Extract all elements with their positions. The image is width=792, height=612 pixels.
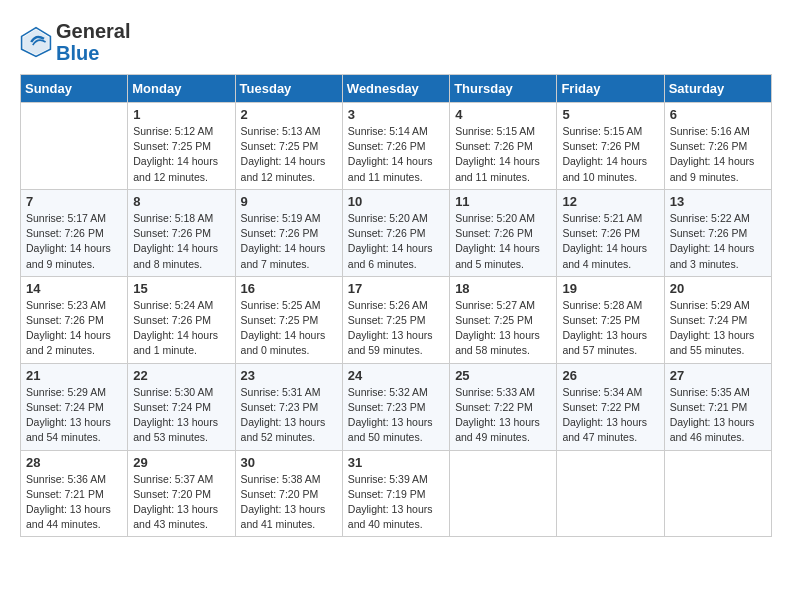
logo-icon [20,26,52,58]
day-cell [450,450,557,537]
day-number: 24 [348,368,444,383]
day-info: Sunrise: 5:24 AMSunset: 7:26 PMDaylight:… [133,298,229,359]
day-info: Sunrise: 5:36 AMSunset: 7:21 PMDaylight:… [26,472,122,533]
day-info: Sunrise: 5:38 AMSunset: 7:20 PMDaylight:… [241,472,337,533]
day-cell: 31Sunrise: 5:39 AMSunset: 7:19 PMDayligh… [342,450,449,537]
day-cell: 8Sunrise: 5:18 AMSunset: 7:26 PMDaylight… [128,189,235,276]
day-number: 13 [670,194,766,209]
day-cell: 12Sunrise: 5:21 AMSunset: 7:26 PMDayligh… [557,189,664,276]
day-cell: 7Sunrise: 5:17 AMSunset: 7:26 PMDaylight… [21,189,128,276]
day-cell: 25Sunrise: 5:33 AMSunset: 7:22 PMDayligh… [450,363,557,450]
day-number: 21 [26,368,122,383]
day-cell: 1Sunrise: 5:12 AMSunset: 7:25 PMDaylight… [128,103,235,190]
day-cell: 26Sunrise: 5:34 AMSunset: 7:22 PMDayligh… [557,363,664,450]
header-cell-wednesday: Wednesday [342,75,449,103]
header-cell-saturday: Saturday [664,75,771,103]
calendar-table: SundayMondayTuesdayWednesdayThursdayFrid… [20,74,772,537]
day-info: Sunrise: 5:15 AMSunset: 7:26 PMDaylight:… [562,124,658,185]
day-number: 2 [241,107,337,122]
day-number: 22 [133,368,229,383]
day-cell: 14Sunrise: 5:23 AMSunset: 7:26 PMDayligh… [21,276,128,363]
day-cell [664,450,771,537]
day-number: 9 [241,194,337,209]
day-number: 3 [348,107,444,122]
day-info: Sunrise: 5:30 AMSunset: 7:24 PMDaylight:… [133,385,229,446]
day-cell: 6Sunrise: 5:16 AMSunset: 7:26 PMDaylight… [664,103,771,190]
day-cell: 2Sunrise: 5:13 AMSunset: 7:25 PMDaylight… [235,103,342,190]
day-number: 11 [455,194,551,209]
day-number: 28 [26,455,122,470]
day-number: 30 [241,455,337,470]
day-cell: 20Sunrise: 5:29 AMSunset: 7:24 PMDayligh… [664,276,771,363]
day-cell [21,103,128,190]
day-number: 10 [348,194,444,209]
day-info: Sunrise: 5:20 AMSunset: 7:26 PMDaylight:… [455,211,551,272]
day-info: Sunrise: 5:12 AMSunset: 7:25 PMDaylight:… [133,124,229,185]
day-info: Sunrise: 5:39 AMSunset: 7:19 PMDaylight:… [348,472,444,533]
day-info: Sunrise: 5:28 AMSunset: 7:25 PMDaylight:… [562,298,658,359]
day-info: Sunrise: 5:29 AMSunset: 7:24 PMDaylight:… [670,298,766,359]
day-info: Sunrise: 5:17 AMSunset: 7:26 PMDaylight:… [26,211,122,272]
day-number: 29 [133,455,229,470]
day-info: Sunrise: 5:33 AMSunset: 7:22 PMDaylight:… [455,385,551,446]
day-info: Sunrise: 5:37 AMSunset: 7:20 PMDaylight:… [133,472,229,533]
day-number: 15 [133,281,229,296]
day-info: Sunrise: 5:32 AMSunset: 7:23 PMDaylight:… [348,385,444,446]
day-cell: 29Sunrise: 5:37 AMSunset: 7:20 PMDayligh… [128,450,235,537]
header-cell-friday: Friday [557,75,664,103]
day-info: Sunrise: 5:19 AMSunset: 7:26 PMDaylight:… [241,211,337,272]
day-number: 12 [562,194,658,209]
day-number: 18 [455,281,551,296]
day-cell: 17Sunrise: 5:26 AMSunset: 7:25 PMDayligh… [342,276,449,363]
day-cell: 27Sunrise: 5:35 AMSunset: 7:21 PMDayligh… [664,363,771,450]
day-number: 5 [562,107,658,122]
day-cell: 9Sunrise: 5:19 AMSunset: 7:26 PMDaylight… [235,189,342,276]
week-row: 21Sunrise: 5:29 AMSunset: 7:24 PMDayligh… [21,363,772,450]
day-cell: 21Sunrise: 5:29 AMSunset: 7:24 PMDayligh… [21,363,128,450]
day-cell: 18Sunrise: 5:27 AMSunset: 7:25 PMDayligh… [450,276,557,363]
day-cell: 4Sunrise: 5:15 AMSunset: 7:26 PMDaylight… [450,103,557,190]
header-cell-thursday: Thursday [450,75,557,103]
day-number: 1 [133,107,229,122]
header-cell-monday: Monday [128,75,235,103]
day-number: 25 [455,368,551,383]
day-number: 17 [348,281,444,296]
day-number: 27 [670,368,766,383]
day-number: 4 [455,107,551,122]
header-row: SundayMondayTuesdayWednesdayThursdayFrid… [21,75,772,103]
day-info: Sunrise: 5:14 AMSunset: 7:26 PMDaylight:… [348,124,444,185]
week-row: 28Sunrise: 5:36 AMSunset: 7:21 PMDayligh… [21,450,772,537]
day-number: 26 [562,368,658,383]
logo-text: General Blue [56,20,130,64]
day-cell: 3Sunrise: 5:14 AMSunset: 7:26 PMDaylight… [342,103,449,190]
day-cell: 28Sunrise: 5:36 AMSunset: 7:21 PMDayligh… [21,450,128,537]
day-cell: 22Sunrise: 5:30 AMSunset: 7:24 PMDayligh… [128,363,235,450]
day-cell: 11Sunrise: 5:20 AMSunset: 7:26 PMDayligh… [450,189,557,276]
day-cell: 10Sunrise: 5:20 AMSunset: 7:26 PMDayligh… [342,189,449,276]
day-cell: 30Sunrise: 5:38 AMSunset: 7:20 PMDayligh… [235,450,342,537]
day-info: Sunrise: 5:34 AMSunset: 7:22 PMDaylight:… [562,385,658,446]
day-number: 7 [26,194,122,209]
day-number: 31 [348,455,444,470]
day-info: Sunrise: 5:15 AMSunset: 7:26 PMDaylight:… [455,124,551,185]
day-number: 16 [241,281,337,296]
day-info: Sunrise: 5:26 AMSunset: 7:25 PMDaylight:… [348,298,444,359]
day-cell: 16Sunrise: 5:25 AMSunset: 7:25 PMDayligh… [235,276,342,363]
page-header: General Blue [20,20,772,64]
week-row: 1Sunrise: 5:12 AMSunset: 7:25 PMDaylight… [21,103,772,190]
day-cell: 23Sunrise: 5:31 AMSunset: 7:23 PMDayligh… [235,363,342,450]
day-number: 6 [670,107,766,122]
day-info: Sunrise: 5:13 AMSunset: 7:25 PMDaylight:… [241,124,337,185]
day-cell: 19Sunrise: 5:28 AMSunset: 7:25 PMDayligh… [557,276,664,363]
day-cell: 15Sunrise: 5:24 AMSunset: 7:26 PMDayligh… [128,276,235,363]
day-number: 23 [241,368,337,383]
day-cell: 5Sunrise: 5:15 AMSunset: 7:26 PMDaylight… [557,103,664,190]
week-row: 7Sunrise: 5:17 AMSunset: 7:26 PMDaylight… [21,189,772,276]
header-cell-sunday: Sunday [21,75,128,103]
day-cell: 24Sunrise: 5:32 AMSunset: 7:23 PMDayligh… [342,363,449,450]
day-info: Sunrise: 5:22 AMSunset: 7:26 PMDaylight:… [670,211,766,272]
day-info: Sunrise: 5:29 AMSunset: 7:24 PMDaylight:… [26,385,122,446]
day-number: 14 [26,281,122,296]
day-number: 8 [133,194,229,209]
day-info: Sunrise: 5:18 AMSunset: 7:26 PMDaylight:… [133,211,229,272]
